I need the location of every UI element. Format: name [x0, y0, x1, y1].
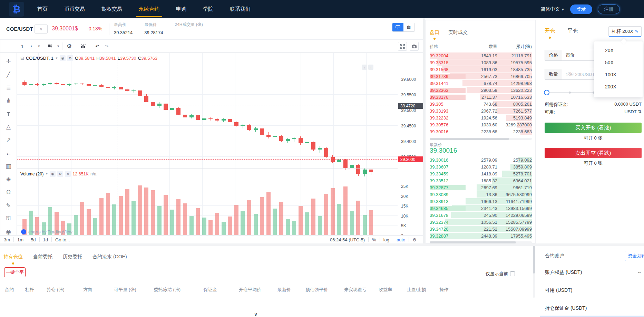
- trendline-icon[interactable]: ╱: [3, 69, 14, 80]
- candle[interactable]: [67, 84, 71, 85]
- candle[interactable]: [208, 118, 213, 119]
- chevron-down-icon[interactable]: ▼: [56, 43, 61, 49]
- bars-pattern-icon[interactable]: ▥: [3, 161, 14, 172]
- chevron-down-icon[interactable]: ▼: [45, 172, 48, 175]
- language-selector[interactable]: 简体中文 ▼: [540, 6, 565, 12]
- candle[interactable]: [106, 87, 110, 88]
- close-icon[interactable]: ✕: [65, 171, 71, 177]
- candle[interactable]: [318, 148, 322, 150]
- slider-handle[interactable]: [544, 90, 549, 95]
- candle[interactable]: [228, 119, 232, 122]
- candle[interactable]: [350, 165, 354, 168]
- chart-plot-area[interactable]: [17, 53, 398, 244]
- login-button[interactable]: 登录: [570, 4, 592, 14]
- bid-row[interactable]: 39.334591418.895278.701: [430, 170, 532, 177]
- positions-scrollbar[interactable]: [533, 246, 535, 298]
- undo-icon[interactable]: ↶: [92, 42, 102, 50]
- ask-row[interactable]: 39.331932067.727261.577: [430, 107, 532, 114]
- ask-row[interactable]: 39.333181089.8619575.595: [430, 59, 532, 66]
- bid-row[interactable]: 39.346852341.4313983.15699: [430, 205, 532, 212]
- range-button-Goto[interactable]: Go to...: [52, 237, 74, 242]
- candle[interactable]: [61, 84, 65, 85]
- scale-reset-icon[interactable]: ↕: [368, 65, 373, 70]
- bid-row[interactable]: 39.328872448.3917955.495: [430, 232, 532, 239]
- fib-icon[interactable]: ≣: [3, 82, 14, 93]
- redo-icon[interactable]: ↷: [102, 42, 111, 50]
- candle[interactable]: [273, 136, 277, 137]
- leverage-option-200X[interactable]: 200X: [594, 80, 643, 93]
- candle[interactable]: [337, 160, 341, 162]
- candle[interactable]: [131, 90, 136, 91]
- ask-row[interactable]: 39.31441678.7414298.968: [430, 80, 532, 87]
- trade-tab-0[interactable]: 开仓: [545, 28, 555, 34]
- gear-icon[interactable]: ⚙: [67, 55, 73, 61]
- collapse-chevron-icon[interactable]: ∨∨: [254, 311, 257, 317]
- orderbook-scrollbar[interactable]: [430, 138, 532, 140]
- chevron-down-icon[interactable]: ▼: [55, 57, 58, 60]
- forecast-icon[interactable]: ↗: [3, 134, 14, 145]
- only-current-checkbox[interactable]: [510, 271, 515, 276]
- ask-row[interactable]: 39.331762711.3710716.633: [430, 94, 532, 100]
- buy-long-button[interactable]: 买入开多 (看涨): [545, 123, 642, 133]
- candle[interactable]: [144, 96, 148, 102]
- nav-item-3[interactable]: 永续合约: [138, 1, 160, 18]
- candle[interactable]: [356, 165, 360, 174]
- ask-row[interactable]: 39.305743.688005.261: [430, 100, 532, 107]
- nav-item-4[interactable]: 申购: [175, 1, 187, 18]
- candle[interactable]: [363, 170, 367, 174]
- lock-icon[interactable]: ⚿: [3, 213, 14, 224]
- candle[interactable]: [202, 118, 206, 120]
- bid-row[interactable]: 39.328772697.699661.719: [430, 184, 532, 191]
- candle[interactable]: [170, 108, 174, 110]
- trade-tab-1[interactable]: 平仓: [567, 28, 578, 34]
- gear-icon[interactable]: ⚙: [57, 171, 63, 177]
- candle[interactable]: [222, 119, 226, 121]
- pattern-icon[interactable]: △: [3, 121, 14, 132]
- ask-row[interactable]: 39.300162238.682238.683: [430, 128, 532, 135]
- positions-tab-3[interactable]: 合约流水 (COE): [92, 254, 127, 260]
- leverage-option-20X[interactable]: 20X: [594, 44, 643, 56]
- candle[interactable]: [80, 84, 84, 84]
- candle[interactable]: [247, 125, 251, 129]
- candle[interactable]: [48, 83, 52, 85]
- pitchfork-icon[interactable]: ⋔: [3, 95, 14, 106]
- ask-row[interactable]: 39.315681619.0318485.735: [430, 66, 532, 73]
- candle[interactable]: [87, 84, 91, 86]
- candle[interactable]: [189, 115, 194, 117]
- candle[interactable]: [292, 138, 296, 139]
- bid-row[interactable]: 39.300162579.092579.092: [430, 156, 532, 163]
- bid-row[interactable]: 39.323741056.5115285.57799: [430, 219, 532, 225]
- candle[interactable]: [279, 136, 283, 141]
- positions-tab-1[interactable]: 当前委托: [33, 254, 52, 260]
- settings-gear-icon[interactable]: ⚙: [64, 41, 75, 51]
- ask-row[interactable]: 39.323632903.5913620.223: [430, 87, 532, 94]
- candle[interactable]: [369, 170, 373, 172]
- candle[interactable]: [260, 128, 264, 135]
- draw-icon[interactable]: ✎: [3, 200, 14, 211]
- chart-style-icon[interactable]: [45, 42, 56, 51]
- price-axis[interactable]: 39.600039.550039.500039.450039.400039.35…: [398, 53, 423, 240]
- ask-row[interactable]: 39.320041543.1921118.791: [430, 52, 532, 59]
- crosshair-icon[interactable]: ✛: [3, 56, 14, 67]
- candle[interactable]: [176, 108, 180, 115]
- bid-row[interactable]: 39.339131966.1311641.71999: [430, 198, 532, 205]
- candle[interactable]: [196, 115, 200, 120]
- nav-item-1[interactable]: 币币交易: [64, 1, 86, 18]
- candle[interactable]: [35, 84, 39, 85]
- text-tool-icon[interactable]: T: [3, 108, 14, 119]
- nav-item-6[interactable]: 联系我们: [229, 1, 251, 18]
- range-button-5d[interactable]: 5d: [27, 237, 39, 242]
- ask-row[interactable]: 39.317392567.7316866.705: [430, 73, 532, 80]
- axis-option-auto[interactable]: auto: [393, 237, 409, 242]
- candle[interactable]: [112, 87, 116, 88]
- fullscreen-icon[interactable]: [398, 42, 407, 51]
- candle[interactable]: [324, 148, 328, 157]
- positions-tab-0[interactable]: 持有仓位: [3, 254, 23, 260]
- bid-row[interactable]: 39.335121685.326964.021: [430, 177, 532, 184]
- candle[interactable]: [42, 84, 46, 85]
- bid-row[interactable]: 39.3308913.869675.580999: [430, 191, 532, 198]
- sell-short-button[interactable]: 卖出开空 (看跌): [545, 148, 642, 158]
- interval-menu-icon[interactable]: ⋮: [26, 42, 36, 50]
- candle[interactable]: [234, 122, 238, 126]
- leverage-option-50X[interactable]: 50X: [594, 56, 643, 68]
